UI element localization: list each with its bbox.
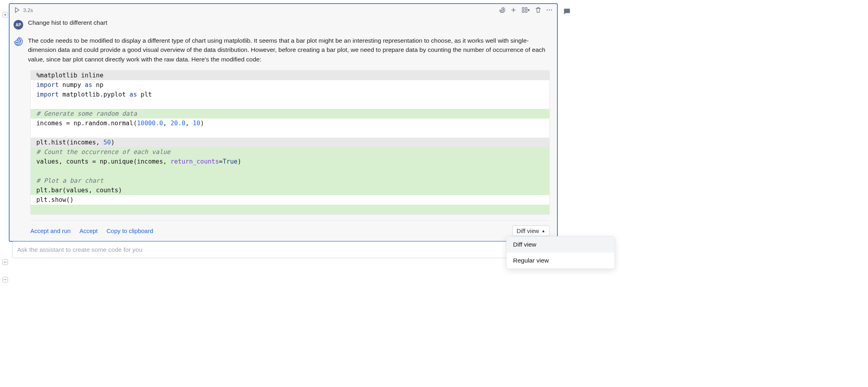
code-line: import numpy as np bbox=[31, 80, 549, 90]
code-line-added: plt.bar(values, counts) bbox=[31, 186, 549, 195]
code-line-added: # Generate some random data bbox=[31, 109, 549, 118]
command-palette-icon[interactable]: ▼ bbox=[521, 6, 531, 14]
assistant-message-row: The code needs to be modified to display… bbox=[10, 32, 557, 66]
run-cell-icon[interactable] bbox=[14, 6, 21, 14]
code-line-removed: %matplotlib inline bbox=[31, 71, 549, 80]
code-line: incomes = np.random.normal(10000.0, 20.0… bbox=[31, 118, 549, 128]
accept-button[interactable]: Accept bbox=[79, 227, 98, 234]
view-mode-menu: Diff view Regular view bbox=[506, 236, 615, 269]
code-line-added bbox=[31, 205, 549, 214]
code-line: plt.show() bbox=[31, 195, 549, 205]
user-message-row: AP Change hist to different chart bbox=[10, 15, 557, 32]
assistant-prompt-input[interactable]: Ask the assistant to create some code fo… bbox=[12, 241, 555, 258]
gutter-fold-toggle[interactable] bbox=[2, 277, 8, 282]
cell-header: 3.2s ▼ bbox=[10, 4, 557, 15]
view-mode-label: Diff view bbox=[517, 227, 539, 234]
code-line: import matplotlib.pyplot as plt bbox=[31, 90, 549, 99]
accept-and-run-button[interactable]: Accept and run bbox=[30, 227, 71, 234]
code-line bbox=[31, 99, 549, 109]
gutter-fold-toggle[interactable] bbox=[2, 259, 8, 265]
code-diff-block: %matplotlib inline import numpy as np im… bbox=[30, 70, 550, 215]
view-mode-dropdown[interactable]: Diff view ▲ bbox=[512, 225, 550, 236]
svg-point-4 bbox=[547, 10, 548, 11]
svg-rect-0 bbox=[522, 8, 524, 10]
comment-icon[interactable] bbox=[563, 7, 571, 17]
suggestion-actions: Accept and run Accept Copy to clipboard … bbox=[30, 220, 550, 236]
prompt-placeholder: Ask the assistant to create some code fo… bbox=[17, 246, 143, 253]
menu-item-diff-view[interactable]: Diff view bbox=[507, 237, 614, 253]
assistant-response-text: The code needs to be modified to display… bbox=[28, 36, 550, 64]
code-line-added: values, counts = np.unique(incomes, retu… bbox=[31, 157, 549, 166]
gutter-fold-toggle[interactable] bbox=[2, 12, 8, 18]
add-cell-icon[interactable] bbox=[510, 6, 517, 14]
ai-spiral-icon[interactable] bbox=[499, 6, 506, 14]
code-line bbox=[31, 128, 549, 138]
code-line-added bbox=[31, 166, 549, 176]
svg-rect-2 bbox=[522, 11, 524, 13]
notebook-cell: 3.2s ▼ AP Change hist to different chart bbox=[9, 3, 558, 242]
run-time-label: 3.2s bbox=[23, 7, 33, 13]
menu-item-regular-view[interactable]: Regular view bbox=[507, 253, 614, 269]
user-prompt-text: Change hist to different chart bbox=[28, 19, 107, 26]
assistant-avatar-icon bbox=[14, 37, 23, 46]
code-line-added: # Plot a bar chart bbox=[31, 176, 549, 186]
user-avatar: AP bbox=[14, 20, 23, 30]
svg-point-6 bbox=[551, 10, 552, 11]
svg-point-5 bbox=[549, 10, 550, 11]
code-line-removed: plt.hist(incomes, 50) bbox=[31, 138, 549, 147]
more-menu-icon[interactable] bbox=[546, 6, 553, 14]
copy-to-clipboard-button[interactable]: Copy to clipboard bbox=[107, 227, 153, 234]
code-line-added: # Count the occurrence of each value bbox=[31, 147, 549, 157]
caret-up-icon: ▲ bbox=[541, 229, 545, 233]
delete-cell-icon[interactable] bbox=[535, 6, 542, 14]
